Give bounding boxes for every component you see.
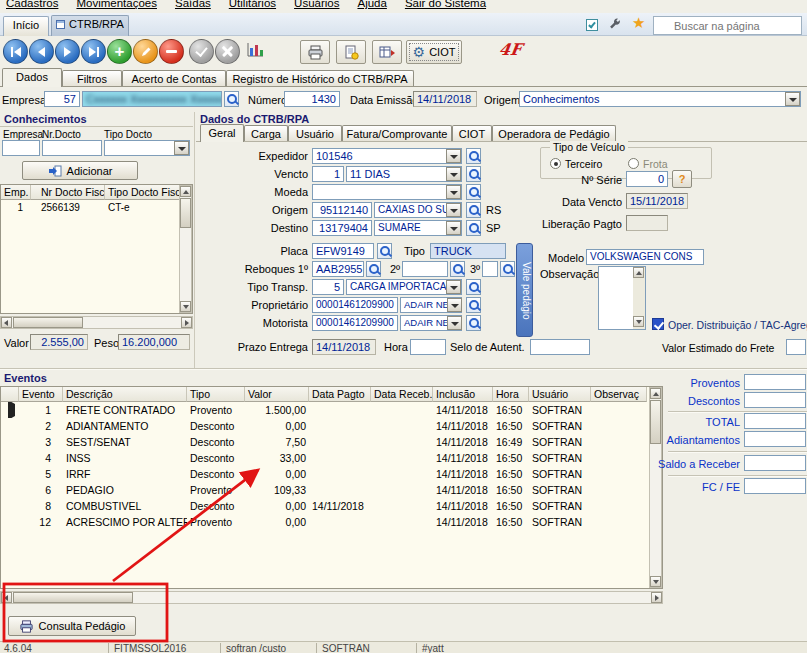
column-header[interactable]: Nr Docto Fiscal — [31, 185, 105, 200]
add-record-button[interactable] — [107, 39, 132, 64]
vencto-combobox[interactable]: 11 DIAS — [346, 166, 462, 182]
conhecimentos-hscrollbar[interactable] — [0, 316, 193, 329]
column-header[interactable]: Hora — [493, 387, 529, 402]
scroll-left-button[interactable] — [1, 592, 12, 603]
menu-item-ajuda[interactable]: Ajuda — [357, 0, 386, 9]
oper-distribuicao-checkbox[interactable] — [652, 318, 664, 330]
tab-operadora-pedagio[interactable]: Operadora de Pedágio — [492, 125, 616, 141]
chart-button[interactable] — [246, 41, 265, 60]
print-button[interactable] — [300, 40, 330, 64]
vencto-dropdown-arrow[interactable] — [446, 167, 461, 181]
table-row[interactable]: 8 COMBUSTIVEL Desconto 0,00 14/11/2018 1… — [1, 498, 662, 514]
lookup-reboque3-button[interactable] — [500, 261, 515, 277]
table-row[interactable]: 1 FRETE CONTRATADO Provento 1.500,00 14/… — [1, 402, 662, 418]
kn-nrdocto-field[interactable] — [42, 140, 102, 156]
eventos-hscrollbar[interactable] — [0, 591, 663, 604]
numero-field[interactable]: 1430 — [284, 91, 340, 107]
origem-code-field[interactable]: 95112140 — [312, 202, 372, 218]
kn-tipodocto-dropdown-arrow[interactable] — [174, 141, 189, 155]
radio-frota[interactable] — [628, 158, 639, 169]
lookup-origem-button[interactable] — [466, 202, 481, 218]
menu-item-sair[interactable]: Sair do Sistema — [405, 0, 486, 9]
origem-cidade-dropdown-arrow[interactable] — [446, 203, 461, 217]
vale-pedagio-tab[interactable]: Vale pedágio — [516, 243, 533, 337]
lookup-vencto-button[interactable] — [466, 166, 481, 182]
destino-code-field[interactable]: 13179404 — [312, 220, 372, 236]
wrench-icon[interactable] — [608, 17, 622, 33]
subtab-dados[interactable]: Dados — [2, 68, 62, 87]
scroll-right-button[interactable] — [651, 592, 662, 603]
proprietario-code-field[interactable]: 00001461209900 — [312, 297, 398, 313]
column-header[interactable]: Data Pagto — [309, 387, 371, 402]
scroll-down-button[interactable] — [633, 316, 644, 327]
tab-ctrb-rpa[interactable]: CTRB/RPA — [51, 15, 129, 36]
edit-record-button[interactable] — [133, 39, 158, 64]
scroll-down-button[interactable] — [180, 301, 191, 312]
radio-terceiro[interactable] — [550, 158, 561, 169]
table-row[interactable]: 2 ADIANTAMENTO Desconto 0,00 14/11/2018 … — [1, 418, 662, 434]
lookup-motorista-button[interactable] — [466, 315, 481, 331]
modelo-field[interactable]: VOLKSWAGEN CONS — [586, 249, 704, 265]
kn-empresa-field[interactable] — [2, 140, 40, 156]
column-header[interactable]: Valor — [245, 387, 309, 402]
lookup-reboque2-button[interactable] — [450, 261, 465, 277]
placa-field[interactable]: EFW9149 — [312, 243, 374, 259]
moeda-combobox[interactable] — [312, 184, 462, 200]
subtab-acerto-de-contas[interactable]: Acerto de Contas — [122, 70, 226, 86]
origem-dropdown-arrow[interactable] — [785, 92, 800, 106]
tab-fatura-comprovante[interactable]: Fatura/Comprovante — [342, 125, 452, 141]
scroll-up-button[interactable] — [180, 186, 191, 197]
reboque3-field[interactable] — [482, 261, 498, 277]
column-header[interactable]: Data Receb. — [371, 387, 433, 402]
reboque1-field[interactable]: AAB2955 — [312, 261, 364, 277]
subtab-filtros[interactable]: Filtros — [62, 70, 122, 86]
empresa-name-field[interactable]: Cxxxxxx Xxxxxxxxxx Xxxxxxx Lxxx — [82, 91, 222, 107]
lookup-proprietario-button[interactable] — [466, 297, 481, 313]
tab-ciot[interactable]: CIOT — [452, 125, 492, 141]
menu-item-cadastros[interactable]: Cadastros — [6, 0, 58, 9]
menu-item-saidas[interactable]: Saídas — [175, 0, 211, 9]
tab-carga[interactable]: Carga — [244, 125, 288, 141]
adicionar-button[interactable]: Adicionar — [22, 161, 138, 180]
empresa-code-field[interactable]: 57 — [44, 91, 80, 107]
lookup-tipo-transp-button[interactable] — [466, 279, 481, 295]
column-header[interactable]: Descrição — [63, 387, 187, 402]
table-row[interactable]: 6 PEDAGIO Provento 109,33 14/11/2018 16:… — [1, 482, 662, 498]
tipo-transp-code-field[interactable]: 5 — [312, 279, 344, 295]
subtab-registro-historico[interactable]: Registro de Histórico do CTRB/RPA — [226, 70, 414, 86]
scroll-up-button[interactable] — [633, 267, 644, 278]
moeda-dropdown-arrow[interactable] — [446, 185, 461, 199]
cancel-button[interactable] — [215, 39, 240, 64]
lookup-placa-button[interactable] — [377, 243, 392, 259]
export-button[interactable] — [372, 40, 402, 64]
menu-item-utilitarios[interactable]: Utilitários — [229, 0, 276, 9]
delete-record-button[interactable] — [159, 39, 184, 64]
lookup-destino-button[interactable] — [466, 220, 481, 236]
search-input[interactable] — [653, 16, 802, 35]
motorista-dropdown-arrow[interactable] — [447, 316, 462, 330]
help-button[interactable]: ? — [672, 170, 692, 188]
lookup-expedidor-button[interactable] — [466, 148, 481, 164]
table-row[interactable]: 5 IRRF Desconto 0,00 14/11/2018 16:50 SO… — [1, 466, 662, 482]
nav-first-button[interactable] — [3, 39, 28, 64]
consulta-pedagio-button[interactable]: Consulta Pedágio — [8, 616, 136, 636]
selo-autent-field[interactable] — [530, 339, 590, 355]
tipo-veiculo-field[interactable]: TRUCK — [430, 243, 506, 259]
expedidor-combobox[interactable]: 101546 — [312, 148, 462, 164]
nserie-field[interactable]: 0 — [626, 171, 668, 187]
ciot-button[interactable]: CIOT — [406, 40, 462, 64]
conhecimentos-vscrollbar[interactable] — [179, 185, 192, 313]
vencto-code-field[interactable]: 1 — [312, 166, 344, 182]
tab-usuario[interactable]: Usuário — [288, 125, 342, 141]
valor-estimado-field[interactable] — [786, 339, 806, 355]
column-header[interactable]: Usuário — [529, 387, 591, 402]
observacao-vscrollbar[interactable] — [633, 267, 645, 329]
column-header[interactable]: Evento — [19, 387, 63, 402]
table-row[interactable]: 3 SEST/SENAT Desconto 7,50 14/11/2018 16… — [1, 434, 662, 450]
lookup-reboque1-button[interactable] — [366, 261, 381, 277]
scroll-left-button[interactable] — [1, 317, 12, 328]
table-row[interactable]: 12 ACRESCIMO POR ALTERACAO Provento 0,00… — [1, 514, 662, 530]
tab-geral[interactable]: Geral — [200, 124, 244, 142]
report-button[interactable] — [336, 40, 366, 64]
checkbox-tool-icon[interactable] — [586, 19, 598, 31]
